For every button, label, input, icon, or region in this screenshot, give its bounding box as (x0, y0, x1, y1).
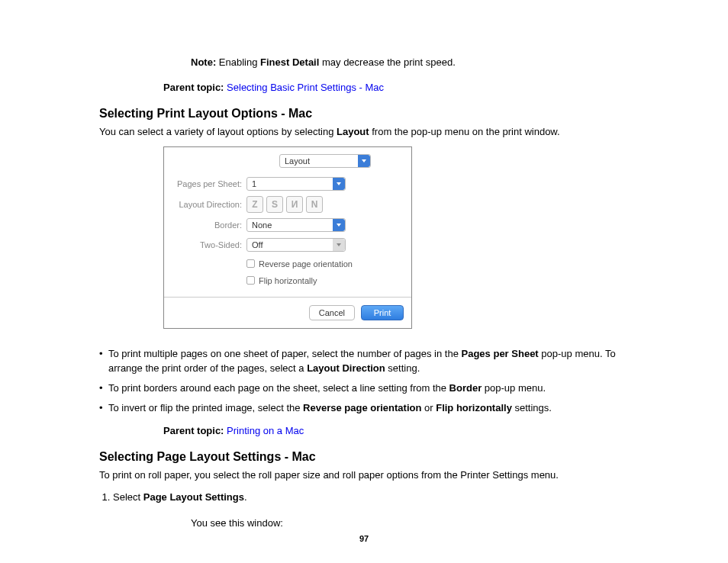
reverse-orientation-checkbox[interactable]: Reverse page orientation (246, 259, 353, 269)
layout-direction-option[interactable]: S (266, 196, 283, 213)
two-sided-select[interactable]: Off (246, 238, 346, 252)
checkbox-icon (246, 276, 255, 285)
parent-topic-link-1[interactable]: Selecting Basic Print Settings - Mac (227, 82, 384, 93)
section-heading-2: Selecting Page Layout Settings - Mac (99, 450, 629, 464)
print-button[interactable]: Print (361, 305, 404, 320)
pages-per-sheet-select[interactable]: 1 (246, 177, 346, 191)
layout-direction-label: Layout Direction: (172, 200, 246, 209)
two-sided-value: Off (252, 240, 263, 249)
mac-layout-dialog: Layout Pages per Sheet: 1 Layout Directi… (163, 146, 412, 329)
popup-menu-select[interactable]: Layout (279, 154, 371, 168)
parent-topic-link-2[interactable]: Printing on a Mac (227, 425, 304, 436)
pages-per-sheet-value: 1 (252, 179, 256, 188)
layout-direction-option[interactable]: И (286, 196, 303, 213)
section1-intro: You can select a variety of layout optio… (99, 125, 629, 139)
bullet-item: To invert or flip the printed image, sel… (99, 401, 629, 415)
flip-horizontally-label: Flip horizontally (259, 276, 317, 285)
border-label: Border: (172, 220, 246, 230)
bullet-item: To print borders around each page on the… (99, 381, 629, 395)
parent-topic-2: Parent topic: Printing on a Mac (163, 425, 629, 436)
border-value: None (252, 220, 272, 230)
chevron-down-icon (333, 178, 345, 190)
border-select[interactable]: None (246, 218, 346, 232)
chevron-down-icon (333, 219, 345, 231)
section-heading-1: Selecting Print Layout Options - Mac (99, 107, 629, 121)
pages-per-sheet-label: Pages per Sheet: (172, 179, 246, 188)
section2-intro: To print on roll paper, you select the r… (99, 468, 629, 482)
layout-direction-option[interactable]: Z (246, 196, 263, 213)
checkbox-icon (246, 259, 255, 268)
chevron-down-icon (358, 155, 370, 167)
divider (164, 297, 411, 298)
layout-direction-option[interactable]: N (306, 196, 323, 213)
flip-horizontally-checkbox[interactable]: Flip horizontally (246, 276, 317, 285)
page-number: 97 (0, 534, 728, 543)
note-text: Note: Enabling Finest Detail may decreas… (191, 56, 629, 69)
cancel-button[interactable]: Cancel (309, 305, 355, 320)
layout-direction-group: Z S И N (246, 196, 323, 213)
chevron-down-icon (333, 239, 345, 251)
step-followup: You see this window: (191, 516, 629, 531)
two-sided-label: Two-Sided: (172, 240, 246, 249)
bullet-item: To print multiple pages on one sheet of … (99, 347, 629, 375)
popup-menu-value: Layout (285, 156, 310, 166)
reverse-orientation-label: Reverse page orientation (259, 259, 353, 269)
step-item: Select Page Layout Settings. (113, 490, 629, 506)
parent-topic-1: Parent topic: Selecting Basic Print Sett… (163, 82, 629, 93)
